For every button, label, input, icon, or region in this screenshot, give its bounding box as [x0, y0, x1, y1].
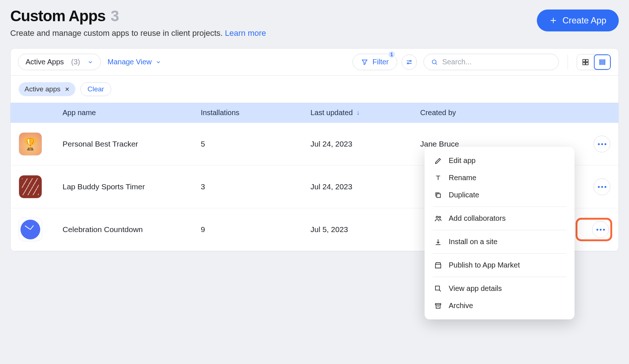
- menu-label: Install on a site: [449, 238, 497, 246]
- divider: [568, 55, 568, 69]
- svg-rect-3: [583, 59, 585, 61]
- svg-rect-6: [586, 62, 588, 64]
- view-select[interactable]: Active Apps (3): [18, 54, 101, 70]
- row-more-button[interactable]: [594, 136, 610, 152]
- row-more-button[interactable]: [592, 221, 609, 238]
- app-icon: 🏆: [19, 132, 42, 156]
- svg-point-2: [432, 60, 436, 64]
- menu-separator: [433, 206, 566, 207]
- more-icon: [596, 229, 605, 231]
- app-installations: 5: [201, 140, 310, 148]
- create-app-button[interactable]: Create App: [537, 10, 619, 31]
- sort-down-icon: ↓: [357, 109, 360, 117]
- pencil-icon: [434, 157, 442, 165]
- table-body: 🏆 Personal Best Tracker 5 Jul 24, 2023 J…: [11, 123, 618, 251]
- app-updated: Jul 24, 2023: [310, 182, 420, 191]
- trophy-icon: 🏆: [23, 137, 38, 151]
- table-row[interactable]: 🏆 Personal Best Tracker 5 Jul 24, 2023 J…: [11, 123, 618, 166]
- close-icon[interactable]: ✕: [65, 86, 69, 93]
- menu-install-on-site[interactable]: Install on a site: [425, 233, 575, 250]
- col-label: App name: [63, 109, 96, 117]
- row-more-button[interactable]: [594, 178, 610, 195]
- menu-edit-app[interactable]: Edit app: [425, 152, 575, 169]
- menu-label: Publish to App Market: [449, 261, 520, 269]
- layout-toggle: [577, 54, 611, 70]
- menu-label: View app details: [449, 284, 502, 293]
- svg-rect-14: [436, 303, 441, 305]
- menu-label: Add collaborators: [449, 214, 506, 223]
- clock-icon: [20, 220, 40, 239]
- highlighted-more-target: [577, 220, 610, 239]
- download-icon: [434, 238, 442, 246]
- list-icon: [598, 58, 606, 66]
- toolbar: Active Apps (3) Manage View Filter 1: [11, 49, 618, 76]
- text-icon: [434, 174, 442, 182]
- copy-icon: [434, 191, 442, 199]
- col-label: Last updated: [310, 109, 353, 117]
- store-icon: [434, 261, 442, 269]
- menu-duplicate[interactable]: Duplicate: [425, 186, 575, 204]
- col-created-by[interactable]: Created by: [420, 109, 577, 117]
- menu-label: Rename: [449, 174, 477, 182]
- manage-view-button[interactable]: Manage View: [108, 58, 161, 66]
- menu-view-details[interactable]: View app details: [425, 280, 575, 297]
- more-icon: [598, 143, 606, 145]
- search-icon: [431, 58, 438, 66]
- svg-point-11: [436, 216, 438, 218]
- menu-publish-market[interactable]: Publish to App Market: [425, 257, 575, 274]
- app-installations: 9: [201, 225, 310, 234]
- view-count: (3): [71, 58, 80, 66]
- clear-filters-button[interactable]: Clear: [80, 82, 111, 96]
- menu-label: Duplicate: [449, 191, 479, 199]
- learn-more-link[interactable]: Learn more: [225, 29, 266, 38]
- users-icon: [434, 215, 442, 223]
- search-input[interactable]: [442, 58, 551, 66]
- app-updated: Jul 24, 2023: [310, 140, 420, 148]
- menu-archive[interactable]: Archive: [425, 297, 575, 314]
- subtitle-text: Create and manage custom apps to reuse i…: [10, 29, 223, 38]
- app-name: Personal Best Tracker: [63, 140, 201, 148]
- filter-settings-button[interactable]: [402, 54, 417, 70]
- menu-label: Edit app: [449, 156, 475, 165]
- funnel-icon: [361, 58, 368, 66]
- menu-separator: [433, 230, 566, 230]
- filter-chip-active-apps[interactable]: Active apps ✕: [19, 82, 75, 96]
- svg-point-12: [439, 216, 441, 218]
- app-icon: [19, 175, 42, 198]
- row-context-menu: Edit app Rename Duplicate Add collaborat…: [425, 147, 575, 319]
- app-updated: Jul 5, 2023: [310, 225, 420, 234]
- table-header: App name Installations Last updated ↓ Cr…: [11, 103, 618, 123]
- app-installations: 3: [201, 182, 310, 191]
- col-last-updated[interactable]: Last updated ↓: [310, 109, 420, 117]
- chevron-down-icon: [155, 59, 161, 65]
- col-installations[interactable]: Installations: [201, 109, 310, 117]
- svg-rect-8: [600, 61, 605, 62]
- col-app-name[interactable]: App name: [63, 109, 201, 117]
- manage-view-label: Manage View: [108, 58, 152, 66]
- svg-point-0: [410, 60, 411, 61]
- page-title: Custom Apps: [10, 7, 105, 25]
- filter-chips-bar: Active apps ✕ Clear: [11, 76, 618, 103]
- page-count: 3: [110, 7, 119, 25]
- menu-separator: [433, 277, 566, 277]
- archive-icon: [434, 302, 442, 310]
- plus-icon: [549, 16, 557, 24]
- svg-rect-4: [586, 59, 588, 61]
- grid-icon: [581, 58, 590, 66]
- svg-rect-7: [600, 60, 605, 61]
- grid-layout-button[interactable]: [577, 54, 594, 70]
- apps-card: Active Apps (3) Manage View Filter 1: [10, 48, 619, 251]
- col-label: Created by: [420, 109, 456, 117]
- menu-rename[interactable]: Rename: [425, 169, 575, 186]
- view-label: Active Apps: [26, 58, 64, 66]
- svg-rect-10: [437, 194, 440, 197]
- menu-add-collaborators[interactable]: Add collaborators: [425, 210, 575, 227]
- create-app-label: Create App: [562, 15, 606, 26]
- list-layout-button[interactable]: [594, 54, 611, 70]
- app-name: Celebration Countdown: [63, 225, 201, 234]
- search-field[interactable]: [423, 54, 559, 70]
- sliders-icon: [406, 58, 413, 66]
- col-label: Installations: [201, 109, 240, 117]
- chevron-down-icon: [87, 59, 93, 65]
- zoom-icon: [434, 285, 442, 293]
